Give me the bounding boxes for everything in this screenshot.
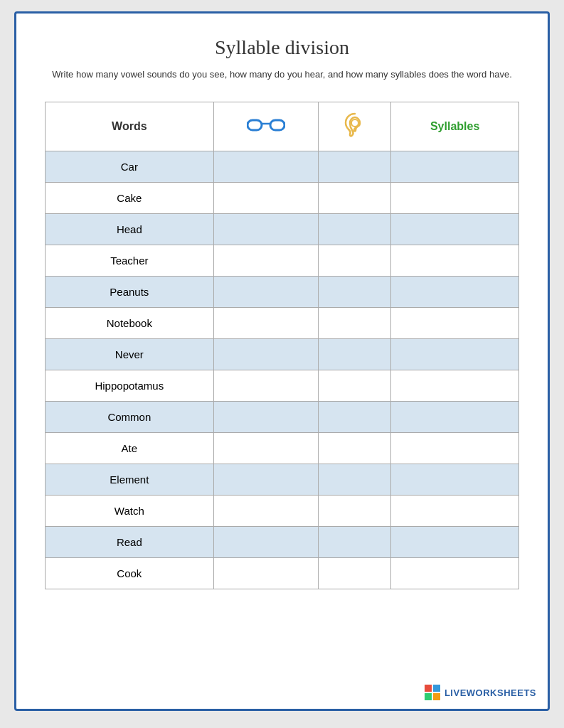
syllables-cell[interactable] bbox=[391, 245, 519, 276]
word-cell: Cake bbox=[46, 182, 214, 213]
word-cell: Hippopotamus bbox=[46, 370, 214, 401]
hear-cell[interactable] bbox=[319, 526, 391, 557]
syllables-cell[interactable] bbox=[391, 276, 519, 307]
word-cell: Peanuts bbox=[46, 276, 214, 307]
svg-point-5 bbox=[351, 119, 358, 127]
word-cell: Notebook bbox=[46, 307, 214, 338]
logo-squares bbox=[425, 685, 440, 700]
word-cell: Ate bbox=[46, 432, 214, 464]
syllables-cell[interactable] bbox=[391, 370, 519, 401]
word-cell: Cook bbox=[46, 557, 214, 589]
word-cell: Head bbox=[46, 213, 214, 245]
syllables-cell[interactable] bbox=[391, 213, 519, 245]
see-cell[interactable] bbox=[213, 276, 319, 307]
hear-cell[interactable] bbox=[319, 182, 391, 213]
logo-square-orange bbox=[433, 693, 440, 700]
table-row: Notebook bbox=[46, 307, 519, 338]
glasses-icon bbox=[247, 117, 285, 134]
word-cell: Element bbox=[46, 464, 214, 495]
syllable-table: Words bbox=[45, 102, 519, 589]
hear-column-header bbox=[319, 102, 391, 151]
table-row: Read bbox=[46, 526, 519, 557]
syllables-cell[interactable] bbox=[391, 464, 519, 495]
svg-rect-1 bbox=[270, 120, 284, 130]
see-cell[interactable] bbox=[213, 432, 319, 464]
see-cell[interactable] bbox=[213, 495, 319, 526]
hear-cell[interactable] bbox=[319, 401, 391, 432]
table-row: Head bbox=[46, 213, 519, 245]
table-row: Cake bbox=[46, 182, 519, 213]
ear-icon bbox=[344, 112, 366, 138]
table-row: Ate bbox=[46, 432, 519, 464]
hear-cell[interactable] bbox=[319, 495, 391, 526]
syllables-cell[interactable] bbox=[391, 151, 519, 182]
hear-cell[interactable] bbox=[319, 370, 391, 401]
logo-square-green bbox=[425, 693, 432, 700]
hear-cell[interactable] bbox=[319, 464, 391, 495]
instructions-text: Write how many vowel sounds do you see, … bbox=[45, 68, 519, 82]
word-cell: Never bbox=[46, 338, 214, 370]
syllables-cell[interactable] bbox=[391, 526, 519, 557]
see-cell[interactable] bbox=[213, 213, 319, 245]
table-row: Hippopotamus bbox=[46, 370, 519, 401]
page-title: Syllable division bbox=[45, 36, 519, 59]
svg-rect-0 bbox=[248, 120, 262, 130]
see-cell[interactable] bbox=[213, 401, 319, 432]
see-cell[interactable] bbox=[213, 245, 319, 276]
logo-square-blue bbox=[433, 685, 440, 692]
logo-text: LIVEWORKSHEETS bbox=[445, 687, 536, 698]
word-cell: Watch bbox=[46, 495, 214, 526]
logo-square-red bbox=[425, 685, 432, 692]
worksheet-page: Syllable division Write how many vowel s… bbox=[14, 11, 550, 711]
see-cell[interactable] bbox=[213, 338, 319, 370]
hear-cell[interactable] bbox=[319, 307, 391, 338]
hear-cell[interactable] bbox=[319, 213, 391, 245]
table-row: Cook bbox=[46, 557, 519, 589]
word-cell: Read bbox=[46, 526, 214, 557]
syllables-column-header: Syllables bbox=[391, 102, 519, 151]
words-column-header: Words bbox=[46, 102, 214, 151]
word-cell: Car bbox=[46, 151, 214, 182]
see-cell[interactable] bbox=[213, 307, 319, 338]
see-cell[interactable] bbox=[213, 464, 319, 495]
table-row: Common bbox=[46, 401, 519, 432]
table-row: Element bbox=[46, 464, 519, 495]
see-cell[interactable] bbox=[213, 182, 319, 213]
see-cell[interactable] bbox=[213, 557, 319, 589]
liveworksheets-logo: LIVEWORKSHEETS bbox=[425, 685, 536, 700]
see-column-header bbox=[213, 102, 319, 151]
syllables-cell[interactable] bbox=[391, 432, 519, 464]
word-cell: Common bbox=[46, 401, 214, 432]
footer: LIVEWORKSHEETS bbox=[425, 685, 536, 700]
syllables-cell[interactable] bbox=[391, 495, 519, 526]
hear-cell[interactable] bbox=[319, 276, 391, 307]
see-cell[interactable] bbox=[213, 370, 319, 401]
hear-cell[interactable] bbox=[319, 151, 391, 182]
word-cell: Teacher bbox=[46, 245, 214, 276]
syllables-cell[interactable] bbox=[391, 338, 519, 370]
hear-cell[interactable] bbox=[319, 245, 391, 276]
syllables-cell[interactable] bbox=[391, 182, 519, 213]
hear-cell[interactable] bbox=[319, 557, 391, 589]
hear-cell[interactable] bbox=[319, 338, 391, 370]
table-row: Never bbox=[46, 338, 519, 370]
hear-cell[interactable] bbox=[319, 432, 391, 464]
table-row: Peanuts bbox=[46, 276, 519, 307]
syllables-cell[interactable] bbox=[391, 307, 519, 338]
table-row: Car bbox=[46, 151, 519, 182]
see-cell[interactable] bbox=[213, 526, 319, 557]
syllables-cell[interactable] bbox=[391, 557, 519, 589]
table-row: Watch bbox=[46, 495, 519, 526]
syllables-cell[interactable] bbox=[391, 401, 519, 432]
table-row: Teacher bbox=[46, 245, 519, 276]
see-cell[interactable] bbox=[213, 151, 319, 182]
